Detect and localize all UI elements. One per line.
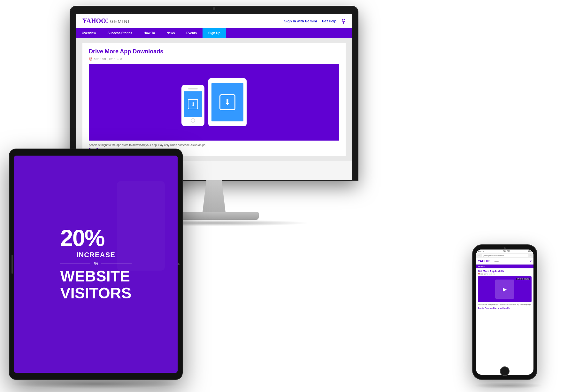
nav-item-success-stories[interactable]: Success Stories bbox=[102, 28, 138, 38]
clock-icon: ⏰ bbox=[89, 58, 92, 61]
search-icon[interactable]: ⚲ bbox=[341, 18, 346, 25]
phone-post-body: Take people straight to your app with a … bbox=[476, 302, 533, 307]
phone-post-likes: 0 bbox=[494, 273, 495, 275]
phone-or-text: or bbox=[500, 307, 502, 309]
sign-in-link[interactable]: Sign In with Gemini bbox=[284, 19, 317, 23]
get-help-link[interactable]: Get Help bbox=[322, 19, 336, 23]
post-likes: 0 bbox=[120, 58, 122, 61]
yahoo-logo-text: YAHOO! bbox=[82, 17, 108, 25]
phone-speaker-bar bbox=[188, 88, 198, 89]
download-icon-big: ⬇ bbox=[219, 94, 235, 110]
stat-main-label-line1: WEBSITE bbox=[60, 268, 131, 285]
tablet-illustration: ⬇ bbox=[208, 78, 247, 126]
phone-battery: 50% bbox=[528, 250, 532, 252]
phone-home-button[interactable] bbox=[500, 366, 510, 376]
post-title: Drive More App Downloads bbox=[89, 48, 339, 55]
scene: YAHOO! GEMINI Sign In with Gemini Get He… bbox=[0, 0, 575, 392]
phone-reload-icon[interactable]: ⟳ bbox=[530, 254, 532, 257]
stat-in-label: IN bbox=[94, 261, 98, 266]
phone-image-label: YAHOO! GEMINI bbox=[516, 278, 530, 280]
monitor-stand-neck bbox=[195, 180, 233, 212]
phone-shadow bbox=[473, 382, 543, 389]
nav-item-sign-up[interactable]: Sign Up bbox=[203, 28, 226, 38]
stat-divider: IN bbox=[60, 261, 131, 266]
phone-screen-area: ⬇ bbox=[184, 91, 202, 117]
phone-post-date: APR 18TH, 2015 bbox=[480, 273, 492, 275]
post-meta: ⏰ APR 18TH, 2015 ♡ 0 bbox=[89, 58, 339, 61]
tablet-stat-content: 20% INCREASE IN WEBSITE VISITORS bbox=[47, 217, 144, 311]
phone-clock-icon: ⏰ bbox=[478, 273, 480, 275]
phone-heart-icon: ♡ bbox=[493, 273, 494, 275]
phone-home-button bbox=[191, 118, 195, 123]
post-date: APR 18TH, 2015 bbox=[94, 58, 115, 61]
nav-item-overview[interactable]: Overview bbox=[76, 28, 102, 38]
phone-url-bar[interactable]: yahoogemini.tumblr.com bbox=[482, 254, 528, 257]
phone-image-inner: ▶ bbox=[495, 280, 514, 299]
tablet-screen-area: ⬇ bbox=[211, 83, 243, 121]
nav-item-news[interactable]: News bbox=[161, 28, 180, 38]
site-logo: YAHOO! GEMINI bbox=[82, 17, 130, 25]
phone-sign-in-link[interactable]: Gemini Account Sign In or Sign Up bbox=[476, 307, 533, 309]
phone-bezel: AT&T ✦ 7:26 AM 50% ← yahoogemini.tumblr.… bbox=[473, 245, 537, 379]
stat-main-label-line2: VISITORS bbox=[60, 285, 131, 302]
phone-play-icon: ▶ bbox=[503, 286, 507, 292]
phone-site-nav: MENU ≡ bbox=[476, 265, 533, 268]
phone-gemini-account-label: Gemini Account bbox=[478, 307, 493, 309]
divider-line-left bbox=[60, 264, 90, 264]
tablet-wrapper: 20% INCREASE IN WEBSITE VISITORS bbox=[10, 149, 182, 379]
phone-post-title: Get More App Installs bbox=[476, 268, 533, 273]
phone-yahoo-logo: YAHOO! bbox=[478, 259, 490, 263]
stat-percent: 20% bbox=[60, 227, 131, 250]
nav-item-how-to[interactable]: How To bbox=[138, 28, 161, 38]
phone-camera-notch bbox=[495, 247, 514, 250]
phone-wrapper: AT&T ✦ 7:26 AM 50% ← yahoogemini.tumblr.… bbox=[473, 245, 537, 379]
site-header: YAHOO! GEMINI Sign In with Gemini Get He… bbox=[76, 14, 352, 28]
phone-sign-up-text[interactable]: Sign Up bbox=[502, 307, 510, 309]
phone-camera-dot bbox=[504, 247, 506, 249]
tablet-shadow bbox=[10, 379, 182, 389]
stat-increase: INCREASE bbox=[60, 251, 131, 259]
monitor-camera-dot bbox=[213, 7, 215, 10]
phone-post-image: ▶ YAHOO! GEMINI bbox=[478, 276, 532, 302]
phone-screen: AT&T ✦ 7:26 AM 50% ← yahoogemini.tumblr.… bbox=[476, 250, 533, 375]
tablet-bezel: 20% INCREASE IN WEBSITE VISITORS bbox=[10, 149, 182, 379]
phone-site-header: YAHOO! GEMINI ⚲ bbox=[476, 258, 533, 265]
heart-icon: ♡ bbox=[117, 58, 119, 61]
phone-logo: YAHOO! GEMINI bbox=[478, 259, 500, 263]
phone-post-meta: ⏰ APR 18TH, 2015 ♡ 0 bbox=[476, 273, 533, 276]
download-icon-small: ⬇ bbox=[188, 99, 198, 109]
site-header-right: Sign In with Gemini Get Help ⚲ bbox=[284, 18, 346, 25]
post-body-text: people straight to the app store to down… bbox=[89, 143, 339, 148]
device-illustration: ⬇ ⬇ bbox=[181, 78, 247, 126]
phone-sign-in-text[interactable]: Sign In bbox=[493, 307, 499, 309]
phone-status-bar: AT&T ✦ 7:26 AM 50% bbox=[476, 250, 533, 253]
phone-gemini-logo: GEMINI bbox=[491, 261, 500, 263]
nav-item-events[interactable]: Events bbox=[180, 28, 203, 38]
phone-illustration: ⬇ bbox=[181, 85, 204, 126]
phone-back-button[interactable]: ← bbox=[478, 254, 480, 257]
monitor-stand-base bbox=[169, 212, 259, 220]
post-hero-image: ⬇ ⬇ bbox=[89, 64, 339, 141]
phone-time: 7:26 AM bbox=[503, 250, 510, 252]
divider-line-right bbox=[101, 264, 132, 264]
tablet-screen: 20% INCREASE IN WEBSITE VISITORS bbox=[14, 156, 178, 373]
phone-carrier: AT&T ✦ bbox=[478, 250, 485, 252]
phone-menu-label[interactable]: MENU ≡ bbox=[478, 265, 485, 267]
monitor-camera-bar bbox=[70, 6, 358, 12]
post-content: Drive More App Downloads ⏰ APR 18TH, 201… bbox=[82, 43, 346, 156]
phone-browser-bar: ← yahoogemini.tumblr.com ⟳ bbox=[476, 253, 533, 258]
site-nav: Overview Success Stories How To News Eve… bbox=[76, 28, 352, 38]
phone-search-icon[interactable]: ⚲ bbox=[530, 260, 532, 263]
gemini-logo-text: GEMINI bbox=[110, 19, 130, 24]
